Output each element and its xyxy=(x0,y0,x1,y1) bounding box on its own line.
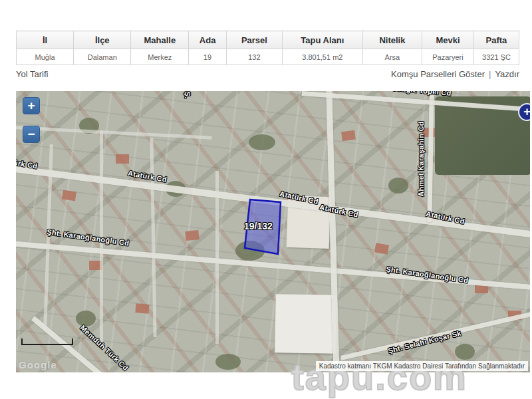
satellite-map[interactable]: 19/132 + − + Google Kadastro katmanı TKG… xyxy=(16,91,530,372)
map-trees xyxy=(215,354,241,370)
header-tapu-alani: Tapu Alanı xyxy=(282,31,362,49)
value-parsel: 132 xyxy=(226,49,282,65)
value-mahalle: Merkez xyxy=(131,49,189,65)
header-ilce: İlçe xyxy=(74,31,131,49)
street-label: Ahmet Karaşahin Cd xyxy=(417,121,425,197)
map-building xyxy=(275,294,337,354)
street-label: Şht. Karaoğlanoğlu Cd xyxy=(386,265,469,284)
street-label: Cengiz Topel Cd xyxy=(392,91,452,97)
zoom-out-button[interactable]: − xyxy=(23,126,40,143)
header-mahalle: Mahalle xyxy=(131,31,189,49)
map-roof xyxy=(135,303,149,314)
map-roof xyxy=(374,243,389,254)
google-watermark: Google xyxy=(19,359,57,370)
link-separator: | xyxy=(485,69,495,79)
value-ada: 19 xyxy=(189,49,227,65)
header-nitelik: Nitelik xyxy=(362,31,422,49)
street-label: Şht. Karaoğlanoğlu Cd xyxy=(47,227,130,247)
scale-bar xyxy=(21,338,73,345)
value-nitelik: Arsa xyxy=(362,49,422,65)
page: İl İlçe Mahalle Ada Parsel Tapu Alanı Ni… xyxy=(0,0,532,399)
kadastro-attribution: Kadastro katmanı TKGM Kadastro Dairesi T… xyxy=(316,361,528,371)
header-pafta: Pafta xyxy=(473,31,519,49)
value-pafta: 3321 ŞC xyxy=(473,49,519,65)
map-roof xyxy=(341,130,356,142)
value-tapu-alani: 3.801,51 m2 xyxy=(282,49,362,65)
komsu-parselleri-link[interactable]: Komşu Parselleri Göster xyxy=(391,69,485,79)
table-value-row: Muğla Dalaman Merkez 19 132 3.801,51 m2 … xyxy=(17,49,519,65)
header-mevki: Mevki xyxy=(422,31,474,49)
road-minor xyxy=(150,138,156,337)
zoom-in-button[interactable]: + xyxy=(23,97,40,114)
parcel-label: 19/132 xyxy=(244,221,273,231)
map-roof xyxy=(185,230,199,241)
link-row: Yol Tarifi Komşu Parselleri Göster|Yazdı… xyxy=(16,69,519,81)
header-ada: Ada xyxy=(189,31,227,49)
road-minor xyxy=(16,126,212,140)
value-il: Muğla xyxy=(17,49,74,65)
map-trees xyxy=(388,178,408,194)
value-ilce: Dalaman xyxy=(74,49,131,65)
road-minor xyxy=(215,171,219,344)
map-roof xyxy=(62,190,76,201)
table-header-row: İl İlçe Mahalle Ada Parsel Tapu Alanı Ni… xyxy=(17,31,519,49)
map-trees xyxy=(249,134,275,150)
map-trees xyxy=(76,311,96,327)
road-ahmet-karasahin xyxy=(427,92,434,222)
right-links: Komşu Parselleri Göster|Yazdır xyxy=(391,69,519,79)
street-label: Ş. xyxy=(184,92,192,99)
map-roof xyxy=(116,154,129,164)
parcel-info-table: İl İlçe Mahalle Ada Parsel Tapu Alanı Ni… xyxy=(16,31,519,65)
value-mevki: Pazaryeri xyxy=(422,49,474,65)
yazdir-link[interactable]: Yazdır xyxy=(495,69,519,79)
header-parsel: Parsel xyxy=(226,31,282,49)
yol-tarifi-link[interactable]: Yol Tarifi xyxy=(16,69,48,79)
header-il: İl xyxy=(17,31,74,49)
